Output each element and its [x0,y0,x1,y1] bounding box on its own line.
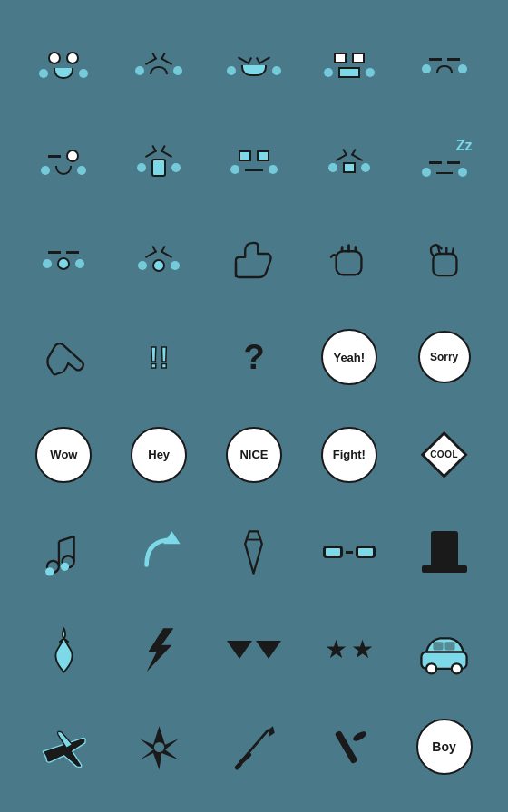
emoji-grid: Zz [9,9,499,803]
svg-point-21 [426,664,436,674]
point-icon [34,328,93,387]
face-happy-smile [32,40,95,90]
cell-r3c5[interactable] [398,213,490,307]
cell-r7c5[interactable] [398,603,490,697]
cell-r6c2[interactable] [113,506,205,600]
tophat-icon [422,531,467,573]
cell-r7c1[interactable] [18,603,110,697]
bubble-yeah: Yeah! [321,329,377,385]
cheek-left [328,163,337,172]
cheek-left [324,68,333,77]
cell-r7c2[interactable] [113,603,205,697]
face-sleepy: Zz [413,138,476,188]
cell-r4c2[interactable]: !! [113,311,205,405]
svg-point-15 [61,562,69,570]
sword-icon [224,718,283,777]
cell-r8c2[interactable] [113,701,205,795]
stars-icon: ★ ★ [325,634,374,664]
hat-crown [431,531,458,566]
svg-line-8 [453,249,454,255]
plane-icon [34,718,93,777]
star-right: ★ [351,634,374,664]
cell-r6c5[interactable] [398,506,490,600]
mouth [338,67,360,78]
eye-left [48,52,61,64]
eye-right [161,246,175,258]
svg-rect-31 [335,730,358,764]
cheek-right [75,259,84,268]
cell-r5c1[interactable]: Wow [18,408,110,502]
cheek-left [39,69,48,78]
cell-r4c1[interactable] [18,311,110,405]
cell-r4c5[interactable]: Sorry [398,311,490,405]
cell-r3c2[interactable] [113,213,205,307]
svg-point-32 [352,730,368,743]
face-wink-plain [32,138,95,188]
svg-rect-5 [434,254,457,276]
tie-icon [224,523,283,582]
cell-r8c5[interactable]: Boy [398,701,490,795]
cell-r5c2[interactable]: Hey [113,408,205,502]
face-crazy-open [127,235,190,285]
eye-right [447,57,460,61]
cell-r1c2[interactable] [113,18,205,112]
cell-r6c1[interactable] [18,506,110,600]
eye-left [334,53,347,63]
cell-r2c4[interactable] [303,116,395,210]
svg-marker-17 [246,531,263,573]
bubble-hey: Hey [131,427,187,483]
cheek-left [230,165,239,174]
bubble-sorry: Sorry [418,331,471,383]
cell-r3c4[interactable] [303,213,395,307]
cell-r4c4[interactable]: Yeah! [303,311,395,405]
bubble-wow: Wow [35,427,92,483]
cell-r2c1[interactable] [18,116,110,210]
eye-right [256,52,270,64]
cell-r7c3[interactable] [209,603,300,697]
question-icon: ? [243,338,264,377]
bubble-nice: NICE [226,427,282,483]
cell-r3c3[interactable] [209,213,300,307]
tri-right [256,641,281,659]
cheek-right [171,163,181,172]
lens-right [356,546,376,558]
cell-r6c3[interactable] [209,506,300,600]
cell-r6c4[interactable] [303,506,395,600]
cell-r1c4[interactable] [303,18,395,112]
mouth [150,66,168,74]
face-angry-frown [318,138,381,188]
mouth [343,162,356,173]
cell-r8c3[interactable] [209,701,300,795]
eye-right [66,150,79,162]
cell-r1c5[interactable] [398,18,490,112]
cell-r2c2[interactable] [113,116,205,210]
svg-point-22 [452,664,462,674]
eye-left [239,150,251,161]
lens-left [323,546,343,558]
cheek-right [269,165,278,174]
cell-r5c5[interactable]: COOL [398,408,490,502]
cell-r7c4[interactable]: ★ ★ [303,603,395,697]
cell-r2c3[interactable] [209,116,300,210]
triangle-arrows-icon [227,641,281,659]
music-note-icon [34,523,93,582]
cheek-left [41,166,50,175]
sleep-z: Zz [456,138,473,154]
eye-left [142,53,157,65]
cheek-left [422,64,431,73]
cell-r5c3[interactable]: NICE [209,408,300,502]
flame-icon [34,620,93,679]
lightning-icon [130,620,189,679]
cell-r4c3[interactable]: ? [209,311,300,405]
cheek-left [43,259,52,268]
cell-r1c1[interactable] [18,18,110,112]
cell-r1c3[interactable] [209,18,300,112]
cell-r8c1[interactable] [18,701,110,795]
cell-r8c4[interactable] [303,701,395,795]
mouth [151,159,166,177]
cell-r3c1[interactable] [18,213,110,307]
eye-left [48,154,61,158]
mouth [57,257,70,270]
cell-r5c4[interactable]: Fight! [303,408,395,502]
cell-r2c5[interactable]: Zz [398,116,490,210]
